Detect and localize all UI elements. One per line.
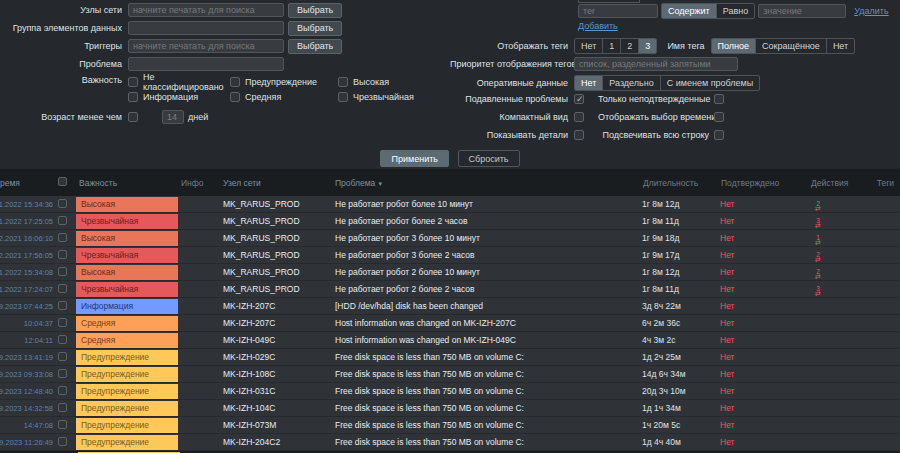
action-messages-icon[interactable]: 2 ⇄	[815, 252, 821, 262]
time-link[interactable]: 0.09.2023 14:32:58	[0, 404, 53, 413]
row-checkbox[interactable]	[58, 335, 67, 344]
row-checkbox[interactable]	[58, 250, 67, 259]
severity-cell[interactable]: Предупреждение	[76, 435, 178, 450]
problem-link[interactable]: Free disk space is less than 750 MB on v…	[335, 420, 524, 430]
severity-option[interactable]: Предупреждение	[230, 75, 338, 88]
ack-link[interactable]: Нет	[720, 369, 734, 379]
column-header-host[interactable]: Узел сети	[220, 178, 332, 188]
problem-link[interactable]: Не работает робот 3 более 2 часов	[335, 250, 475, 260]
problem-link[interactable]: Не работает робот 2 более 2 часов	[335, 284, 475, 294]
severity-option[interactable]: Средняя	[230, 90, 338, 103]
host-link[interactable]: MK-IZH-104C	[223, 403, 275, 413]
severity-cell[interactable]: Высокая	[76, 265, 178, 280]
host-link[interactable]: MK_RARUS_PROD	[223, 267, 300, 277]
host-link[interactable]: MK-IZH-031C	[223, 386, 275, 396]
checkbox[interactable]	[230, 77, 240, 87]
tag-add-link[interactable]: Добавить	[578, 21, 618, 31]
select-button[interactable]: Выбрать	[288, 3, 342, 18]
row-checkbox[interactable]	[58, 301, 67, 310]
ack-link[interactable]: Нет	[720, 284, 734, 294]
ack-link[interactable]: Нет	[720, 233, 734, 243]
tag-value-input[interactable]	[758, 4, 846, 18]
tag-name-input[interactable]	[578, 4, 658, 18]
row-checkbox[interactable]	[58, 386, 67, 395]
time-link[interactable]: 8.09.2023 07:44:25	[0, 302, 53, 311]
problem-link[interactable]: Не работает робот более 2 часов	[335, 216, 467, 226]
ack-link[interactable]: Нет	[720, 352, 734, 362]
select-button[interactable]: Выбрать	[288, 39, 342, 54]
row-checkbox[interactable]	[58, 352, 67, 361]
time-link[interactable]: 2.01.2022 15:34:08	[0, 268, 53, 277]
severity-cell[interactable]: Предупреждение	[76, 418, 178, 433]
host-link[interactable]: MK-IZH-073M	[223, 420, 276, 430]
severity-cell[interactable]: Предупреждение	[76, 384, 178, 399]
problem-link[interactable]: Host information was changed on MK-IZH-2…	[335, 318, 516, 328]
tag-remove-link[interactable]: Удалить	[854, 6, 888, 16]
problem-link[interactable]: Free disk space is less than 750 MB on v…	[335, 386, 524, 396]
time-link[interactable]: 2.01.2022 17:25:05	[0, 217, 53, 226]
host-link[interactable]: MK-IZH-108C	[223, 369, 275, 379]
checkbox[interactable]	[574, 112, 584, 122]
ack-link[interactable]: Нет	[720, 199, 734, 209]
severity-option[interactable]: Чрезвычайная	[338, 90, 414, 103]
severity-option[interactable]: Информация	[128, 90, 230, 103]
action-messages-icon[interactable]: 2 ⇄	[815, 201, 821, 211]
host-link[interactable]: MK-IZH-207C	[223, 318, 275, 328]
time-link[interactable]: 0.09.2023 11:26:49	[0, 438, 53, 447]
severity-cell[interactable]: Средняя	[76, 316, 178, 331]
time-link[interactable]: 2.01.2022 15:34:36	[0, 200, 53, 209]
severity-option[interactable]: Высокая	[338, 75, 414, 88]
problem-link[interactable]: Не работает робот 2 более 10 минут	[335, 267, 480, 277]
show-tags-option[interactable]: Нет	[575, 39, 603, 53]
tag-name-mode-option[interactable]: Полное	[712, 39, 757, 53]
checkbox[interactable]	[338, 92, 348, 102]
severity-cell[interactable]: Предупреждение	[76, 367, 178, 382]
severity-cell[interactable]: Средняя	[76, 333, 178, 348]
problem-link[interactable]: Не работает робот более 10 минут	[335, 199, 473, 209]
ack-link[interactable]: Нет	[720, 301, 734, 311]
show-tags-option[interactable]: 3	[639, 39, 656, 53]
show-tags-option[interactable]: 2	[621, 39, 639, 53]
checkbox[interactable]	[574, 94, 584, 104]
action-messages-icon[interactable]: 2 ⇄	[815, 269, 821, 279]
action-messages-icon[interactable]: 3 ⇄	[815, 286, 821, 296]
tag-name-mode-option[interactable]: Сокращённое	[756, 39, 827, 53]
operational-data-option[interactable]: Нет	[575, 76, 603, 90]
ack-link[interactable]: Нет	[720, 386, 734, 396]
problem-link[interactable]: Free disk space is less than 750 MB on v…	[335, 352, 524, 362]
severity-cell[interactable]: Предупреждение	[76, 350, 178, 365]
checkbox[interactable]	[230, 92, 240, 102]
host-link[interactable]: MK_RARUS_PROD	[223, 233, 300, 243]
age-input[interactable]	[162, 110, 184, 124]
time-link[interactable]: 1.09.2023 12:48:40	[0, 387, 53, 396]
column-header-time[interactable]: ремя	[0, 178, 56, 188]
action-messages-icon[interactable]: 1 ⇄	[815, 235, 821, 245]
host-link[interactable]: MK-IZH-029C	[223, 352, 275, 362]
checkbox[interactable]	[574, 130, 584, 140]
checkbox[interactable]	[128, 77, 138, 87]
row-checkbox[interactable]	[58, 318, 67, 327]
checkbox[interactable]	[338, 77, 348, 87]
ack-link[interactable]: Нет	[720, 403, 734, 413]
problem-link[interactable]: Host information was changed on MK-IZH-0…	[335, 335, 516, 345]
host-link[interactable]: MK_RARUS_PROD	[223, 284, 300, 294]
time-link[interactable]: 7.09.2023 09:33:08	[0, 370, 53, 379]
host-link[interactable]: MK_RARUS_PROD	[223, 250, 300, 260]
time-link[interactable]: 7.12.2021 17:56:05	[0, 251, 53, 260]
severity-cell[interactable]: Предупреждение	[76, 401, 178, 416]
tag-operator-option[interactable]: Равно	[717, 4, 754, 18]
time-link[interactable]: 10:04:37	[24, 319, 53, 328]
row-checkbox[interactable]	[58, 199, 67, 208]
tag-name-mode-option[interactable]: Нет	[827, 39, 854, 53]
operational-data-option[interactable]: С именем проблемы	[661, 76, 759, 90]
ack-link[interactable]: Нет	[720, 267, 734, 277]
host-link[interactable]: MK-IZH-207C	[223, 301, 275, 311]
row-checkbox[interactable]	[58, 437, 67, 446]
time-link[interactable]: 2.01.2022 17:24:07	[0, 285, 53, 294]
severity-cell[interactable]: Высокая	[76, 231, 178, 246]
apply-button[interactable]: Применить	[380, 150, 449, 167]
row-checkbox[interactable]	[58, 233, 67, 242]
checkbox[interactable]	[714, 112, 724, 122]
severity-option[interactable]: Не классифицировано	[128, 75, 230, 88]
select-button[interactable]: Выбрать	[288, 21, 342, 36]
